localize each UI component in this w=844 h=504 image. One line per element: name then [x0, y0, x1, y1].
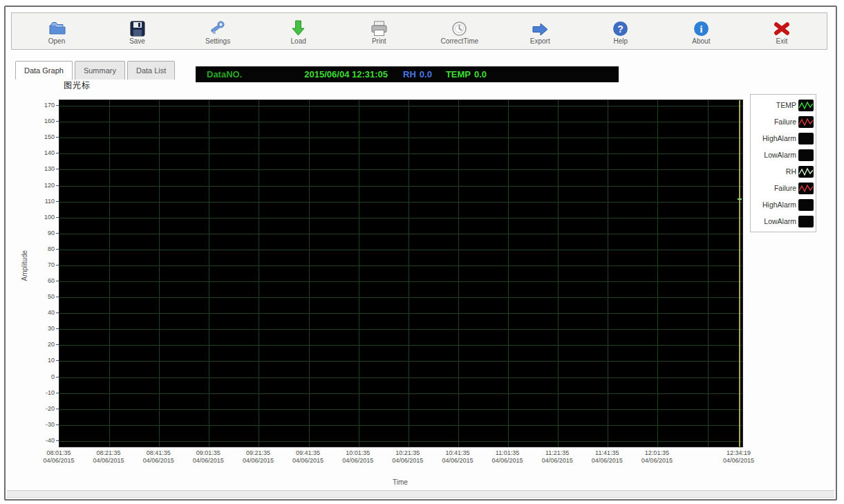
- toolbar-button-help[interactable]: ?Help: [597, 17, 645, 45]
- x-tick-label-time: 10:41:35: [433, 449, 482, 457]
- y-tick-mark: [56, 328, 59, 329]
- svg-text:?: ?: [618, 24, 624, 35]
- x-tick-label-time: 08:41:35: [133, 449, 183, 457]
- y-tick-label: 10: [28, 357, 55, 364]
- gridline-horizontal: [59, 122, 742, 122]
- legend-swatch: [798, 166, 814, 178]
- x-tick-label: 08:01:3504/06/2015: [34, 449, 84, 465]
- toolbar-button-print[interactable]: Print: [355, 17, 403, 45]
- gridline-horizontal: [59, 329, 742, 330]
- gridline-horizontal: [59, 281, 742, 282]
- toolbar-button-exit[interactable]: Exit: [758, 17, 806, 45]
- about-icon: i: [693, 17, 709, 37]
- cursor-line[interactable]: [739, 100, 740, 447]
- gridline-vertical: [657, 100, 658, 447]
- tab-summary[interactable]: Summary: [75, 61, 125, 80]
- x-tick-label-time: 09:41:35: [283, 449, 333, 457]
- legend-item-failure-5[interactable]: Failure: [753, 180, 814, 196]
- x-tick-label-date: 04/06/2015: [84, 457, 133, 465]
- x-tick-label: 11:21:3504/06/2015: [532, 449, 582, 465]
- legend-item-lowalarm-3[interactable]: LowAlarm: [753, 147, 814, 163]
- chart-overlay-label: 图光标: [64, 79, 91, 91]
- y-tick-label: -10: [28, 389, 55, 396]
- y-tick-mark: [56, 440, 59, 441]
- y-tick-label: 160: [28, 118, 55, 124]
- gridline-horizontal: [59, 313, 742, 314]
- bottom-scrollbar[interactable]: [7, 490, 834, 498]
- y-tick-label: 20: [28, 341, 55, 348]
- gridline-vertical: [409, 100, 409, 447]
- legend-label: TEMP: [776, 101, 796, 109]
- gridline-vertical: [508, 100, 509, 447]
- x-tick-label: 11:41:3504/06/2015: [582, 449, 632, 465]
- x-tick-label: 11:01:3504/06/2015: [482, 449, 532, 465]
- y-tick-mark: [56, 360, 59, 361]
- toolbar-button-open[interactable]: Open: [32, 17, 81, 45]
- x-tick-label-time: 11:01:35: [482, 449, 532, 457]
- toolbar-button-settings[interactable]: Settings: [194, 17, 242, 45]
- legend-item-failure-1[interactable]: Failure: [753, 113, 814, 130]
- toolbar-button-label: Print: [372, 37, 386, 45]
- gridline-horizontal: [59, 186, 742, 187]
- legend-item-lowalarm-7[interactable]: LowAlarm: [753, 213, 814, 230]
- toolbar-button-save[interactable]: Save: [113, 17, 162, 45]
- gridline-vertical: [259, 100, 259, 447]
- gridline-vertical: [608, 100, 608, 447]
- toolbar-button-correcttime[interactable]: CorrectTime: [435, 17, 484, 45]
- toolbar-button-label: Export: [530, 37, 550, 45]
- legend-label: LowAlarm: [764, 151, 796, 159]
- legend-label: RH: [786, 167, 796, 176]
- x-tick-label-date: 04/06/2015: [582, 457, 632, 465]
- settings-icon: [209, 17, 227, 37]
- gridline-horizontal: [59, 169, 742, 170]
- plot-area[interactable]: [59, 100, 743, 447]
- x-tick-label-time: 08:21:35: [84, 449, 133, 457]
- y-tick-mark: [56, 249, 59, 250]
- y-tick-label: 110: [28, 198, 55, 205]
- y-tick-label: 100: [28, 214, 55, 221]
- legend-item-rh-4[interactable]: RH: [753, 163, 814, 180]
- y-tick-label: -40: [28, 437, 55, 444]
- cursor-tick-label-date: 04/06/2015: [713, 457, 763, 465]
- temp-label: TEMP: [446, 69, 471, 80]
- x-tick-label-date: 04/06/2015: [133, 457, 183, 465]
- toolbar-button-about[interactable]: iAbout: [677, 17, 725, 45]
- legend-item-temp-0[interactable]: TEMP: [753, 97, 814, 113]
- x-tick-label-time: 11:41:35: [582, 449, 632, 457]
- exit-icon: [773, 17, 791, 37]
- y-tick-label: 170: [28, 102, 55, 109]
- y-tick-mark: [56, 169, 59, 169]
- toolbar-button-label: Help: [614, 37, 628, 45]
- x-tick-label: 10:41:3504/06/2015: [433, 449, 482, 465]
- x-tick-label-date: 04/06/2015: [433, 457, 482, 465]
- legend-item-highalarm-6[interactable]: HighAlarm: [753, 196, 814, 213]
- y-tick-mark: [56, 217, 59, 218]
- legend-swatch: [798, 116, 814, 128]
- legend-label: Failure: [774, 118, 796, 126]
- toolbar-button-export[interactable]: Export: [516, 17, 564, 45]
- gridline-vertical: [558, 100, 559, 447]
- toolbar-button-label: Save: [129, 37, 145, 45]
- x-tick-label-date: 04/06/2015: [333, 457, 383, 465]
- tab-data-list[interactable]: Data List: [127, 61, 175, 80]
- y-tick-label: 50: [28, 293, 55, 300]
- legend-item-highalarm-2[interactable]: HighAlarm: [753, 130, 814, 147]
- x-axis-title: Time: [379, 478, 421, 486]
- x-tick-label-time: 12:01:35: [632, 449, 682, 457]
- cursor-tick-label-time: 12:34:19: [713, 449, 763, 457]
- y-tick-label: 150: [28, 133, 55, 140]
- gridline-vertical: [359, 100, 359, 447]
- toolbar-button-label: Settings: [205, 37, 230, 45]
- gridline-horizontal: [59, 377, 742, 378]
- y-tick-mark: [56, 344, 59, 345]
- y-tick-label: 130: [28, 165, 55, 172]
- tab-data-graph[interactable]: Data Graph: [15, 61, 73, 80]
- x-tick-label: 09:21:3504/06/2015: [233, 449, 283, 465]
- toolbar-button-label: Exit: [776, 37, 788, 45]
- toolbar-button-load[interactable]: Load: [274, 17, 323, 45]
- toolbar-button-label: About: [692, 37, 710, 45]
- x-tick-label-date: 04/06/2015: [383, 457, 433, 465]
- rh-label: RH: [403, 69, 416, 80]
- x-tick-label: 08:41:3504/06/2015: [133, 449, 183, 465]
- y-tick-label: 140: [28, 149, 55, 156]
